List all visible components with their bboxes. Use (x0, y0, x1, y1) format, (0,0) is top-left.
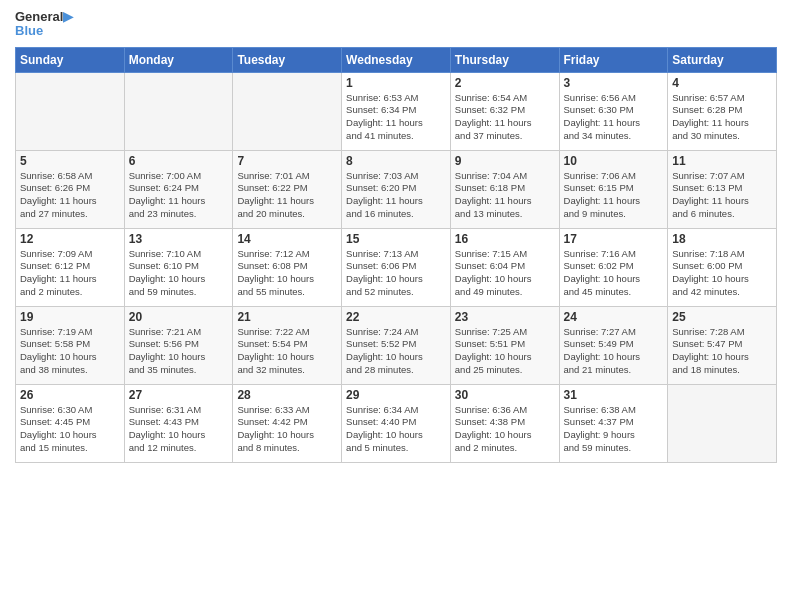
day-info: Sunrise: 6:53 AM Sunset: 6:34 PM Dayligh… (346, 92, 446, 143)
day-number: 9 (455, 154, 555, 168)
weekday-thursday: Thursday (450, 47, 559, 72)
table-cell (668, 384, 777, 462)
day-number: 13 (129, 232, 229, 246)
day-number: 1 (346, 76, 446, 90)
day-info: Sunrise: 7:18 AM Sunset: 6:00 PM Dayligh… (672, 248, 772, 299)
day-info: Sunrise: 7:15 AM Sunset: 6:04 PM Dayligh… (455, 248, 555, 299)
table-cell: 17Sunrise: 7:16 AM Sunset: 6:02 PM Dayli… (559, 228, 668, 306)
logo: General▶ Blue (15, 10, 73, 39)
day-info: Sunrise: 6:36 AM Sunset: 4:38 PM Dayligh… (455, 404, 555, 455)
day-info: Sunrise: 6:30 AM Sunset: 4:45 PM Dayligh… (20, 404, 120, 455)
day-info: Sunrise: 7:09 AM Sunset: 6:12 PM Dayligh… (20, 248, 120, 299)
week-row-3: 12Sunrise: 7:09 AM Sunset: 6:12 PM Dayli… (16, 228, 777, 306)
table-cell: 12Sunrise: 7:09 AM Sunset: 6:12 PM Dayli… (16, 228, 125, 306)
day-number: 21 (237, 310, 337, 324)
weekday-saturday: Saturday (668, 47, 777, 72)
day-info: Sunrise: 7:04 AM Sunset: 6:18 PM Dayligh… (455, 170, 555, 221)
table-cell: 23Sunrise: 7:25 AM Sunset: 5:51 PM Dayli… (450, 306, 559, 384)
day-number: 23 (455, 310, 555, 324)
header: General▶ Blue (15, 10, 777, 39)
day-number: 14 (237, 232, 337, 246)
day-info: Sunrise: 7:19 AM Sunset: 5:58 PM Dayligh… (20, 326, 120, 377)
weekday-sunday: Sunday (16, 47, 125, 72)
day-number: 11 (672, 154, 772, 168)
table-cell: 19Sunrise: 7:19 AM Sunset: 5:58 PM Dayli… (16, 306, 125, 384)
table-cell: 20Sunrise: 7:21 AM Sunset: 5:56 PM Dayli… (124, 306, 233, 384)
day-number: 25 (672, 310, 772, 324)
day-info: Sunrise: 7:13 AM Sunset: 6:06 PM Dayligh… (346, 248, 446, 299)
table-cell: 7Sunrise: 7:01 AM Sunset: 6:22 PM Daylig… (233, 150, 342, 228)
day-info: Sunrise: 6:57 AM Sunset: 6:28 PM Dayligh… (672, 92, 772, 143)
weekday-wednesday: Wednesday (342, 47, 451, 72)
table-cell: 2Sunrise: 6:54 AM Sunset: 6:32 PM Daylig… (450, 72, 559, 150)
day-info: Sunrise: 7:24 AM Sunset: 5:52 PM Dayligh… (346, 326, 446, 377)
table-cell: 24Sunrise: 7:27 AM Sunset: 5:49 PM Dayli… (559, 306, 668, 384)
day-number: 12 (20, 232, 120, 246)
table-cell: 27Sunrise: 6:31 AM Sunset: 4:43 PM Dayli… (124, 384, 233, 462)
day-info: Sunrise: 7:22 AM Sunset: 5:54 PM Dayligh… (237, 326, 337, 377)
day-info: Sunrise: 7:10 AM Sunset: 6:10 PM Dayligh… (129, 248, 229, 299)
day-info: Sunrise: 7:12 AM Sunset: 6:08 PM Dayligh… (237, 248, 337, 299)
weekday-friday: Friday (559, 47, 668, 72)
day-number: 17 (564, 232, 664, 246)
day-info: Sunrise: 6:34 AM Sunset: 4:40 PM Dayligh… (346, 404, 446, 455)
day-number: 2 (455, 76, 555, 90)
table-cell: 28Sunrise: 6:33 AM Sunset: 4:42 PM Dayli… (233, 384, 342, 462)
day-number: 29 (346, 388, 446, 402)
day-info: Sunrise: 7:21 AM Sunset: 5:56 PM Dayligh… (129, 326, 229, 377)
table-cell: 8Sunrise: 7:03 AM Sunset: 6:20 PM Daylig… (342, 150, 451, 228)
day-number: 10 (564, 154, 664, 168)
weekday-monday: Monday (124, 47, 233, 72)
day-info: Sunrise: 6:54 AM Sunset: 6:32 PM Dayligh… (455, 92, 555, 143)
day-info: Sunrise: 7:16 AM Sunset: 6:02 PM Dayligh… (564, 248, 664, 299)
table-cell: 13Sunrise: 7:10 AM Sunset: 6:10 PM Dayli… (124, 228, 233, 306)
day-number: 27 (129, 388, 229, 402)
day-info: Sunrise: 7:28 AM Sunset: 5:47 PM Dayligh… (672, 326, 772, 377)
day-info: Sunrise: 7:25 AM Sunset: 5:51 PM Dayligh… (455, 326, 555, 377)
day-number: 4 (672, 76, 772, 90)
day-number: 31 (564, 388, 664, 402)
table-cell (16, 72, 125, 150)
day-info: Sunrise: 6:31 AM Sunset: 4:43 PM Dayligh… (129, 404, 229, 455)
day-number: 5 (20, 154, 120, 168)
weekday-header-row: SundayMondayTuesdayWednesdayThursdayFrid… (16, 47, 777, 72)
day-info: Sunrise: 6:58 AM Sunset: 6:26 PM Dayligh… (20, 170, 120, 221)
day-number: 7 (237, 154, 337, 168)
day-number: 6 (129, 154, 229, 168)
day-number: 8 (346, 154, 446, 168)
table-cell: 16Sunrise: 7:15 AM Sunset: 6:04 PM Dayli… (450, 228, 559, 306)
week-row-1: 1Sunrise: 6:53 AM Sunset: 6:34 PM Daylig… (16, 72, 777, 150)
day-info: Sunrise: 7:01 AM Sunset: 6:22 PM Dayligh… (237, 170, 337, 221)
weekday-tuesday: Tuesday (233, 47, 342, 72)
table-cell: 3Sunrise: 6:56 AM Sunset: 6:30 PM Daylig… (559, 72, 668, 150)
day-number: 3 (564, 76, 664, 90)
day-info: Sunrise: 7:06 AM Sunset: 6:15 PM Dayligh… (564, 170, 664, 221)
table-cell: 15Sunrise: 7:13 AM Sunset: 6:06 PM Dayli… (342, 228, 451, 306)
day-info: Sunrise: 7:00 AM Sunset: 6:24 PM Dayligh… (129, 170, 229, 221)
table-cell: 29Sunrise: 6:34 AM Sunset: 4:40 PM Dayli… (342, 384, 451, 462)
table-cell: 9Sunrise: 7:04 AM Sunset: 6:18 PM Daylig… (450, 150, 559, 228)
day-number: 18 (672, 232, 772, 246)
table-cell: 31Sunrise: 6:38 AM Sunset: 4:37 PM Dayli… (559, 384, 668, 462)
day-info: Sunrise: 7:03 AM Sunset: 6:20 PM Dayligh… (346, 170, 446, 221)
day-number: 15 (346, 232, 446, 246)
day-number: 20 (129, 310, 229, 324)
table-cell: 10Sunrise: 7:06 AM Sunset: 6:15 PM Dayli… (559, 150, 668, 228)
week-row-2: 5Sunrise: 6:58 AM Sunset: 6:26 PM Daylig… (16, 150, 777, 228)
calendar: SundayMondayTuesdayWednesdayThursdayFrid… (15, 47, 777, 463)
table-cell: 22Sunrise: 7:24 AM Sunset: 5:52 PM Dayli… (342, 306, 451, 384)
day-number: 26 (20, 388, 120, 402)
week-row-5: 26Sunrise: 6:30 AM Sunset: 4:45 PM Dayli… (16, 384, 777, 462)
day-info: Sunrise: 7:27 AM Sunset: 5:49 PM Dayligh… (564, 326, 664, 377)
day-number: 24 (564, 310, 664, 324)
table-cell: 25Sunrise: 7:28 AM Sunset: 5:47 PM Dayli… (668, 306, 777, 384)
table-cell: 11Sunrise: 7:07 AM Sunset: 6:13 PM Dayli… (668, 150, 777, 228)
day-info: Sunrise: 6:38 AM Sunset: 4:37 PM Dayligh… (564, 404, 664, 455)
day-info: Sunrise: 6:56 AM Sunset: 6:30 PM Dayligh… (564, 92, 664, 143)
week-row-4: 19Sunrise: 7:19 AM Sunset: 5:58 PM Dayli… (16, 306, 777, 384)
table-cell: 21Sunrise: 7:22 AM Sunset: 5:54 PM Dayli… (233, 306, 342, 384)
table-cell: 14Sunrise: 7:12 AM Sunset: 6:08 PM Dayli… (233, 228, 342, 306)
table-cell: 30Sunrise: 6:36 AM Sunset: 4:38 PM Dayli… (450, 384, 559, 462)
table-cell: 26Sunrise: 6:30 AM Sunset: 4:45 PM Dayli… (16, 384, 125, 462)
page: General▶ Blue SundayMondayTuesdayWednesd… (0, 0, 792, 612)
